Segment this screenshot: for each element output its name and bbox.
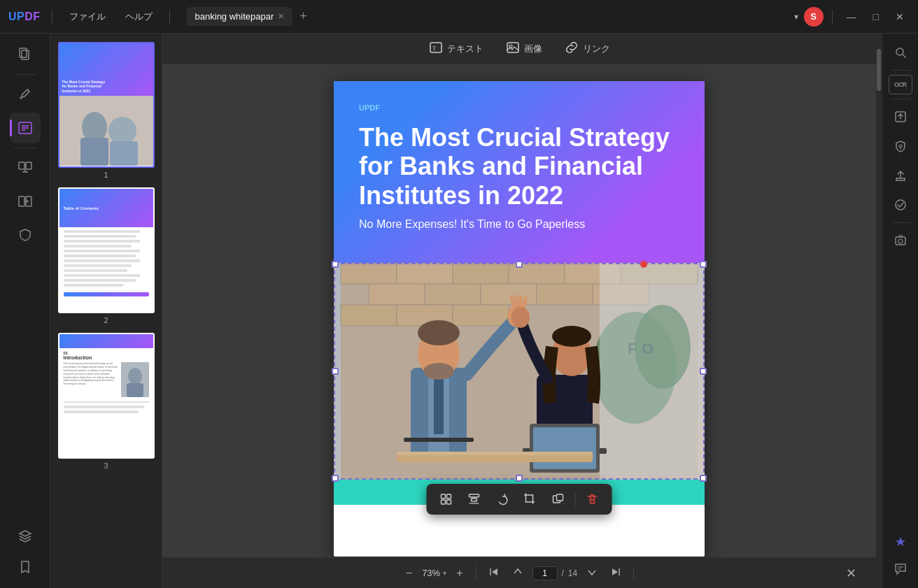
- zoom-percentage: 73%: [422, 568, 440, 578]
- svg-point-84: [896, 200, 905, 210]
- left-sidebar: [0, 34, 50, 588]
- page-canvas[interactable]: UPDF The Most Crucial Strategy for Banks…: [162, 64, 876, 557]
- sidebar-icon-pages[interactable]: [10, 39, 41, 70]
- thumb-page-3[interactable]: 01 Introduction The contemporary financi…: [58, 333, 155, 459]
- right-sidebar-snapshot[interactable]: [887, 227, 914, 254]
- sidebar-icon-protect[interactable]: [10, 220, 41, 250]
- help-menu[interactable]: ヘルプ: [120, 8, 158, 26]
- thumb2-toc-title: Table of Contents: [64, 206, 99, 210]
- cover-subtitle: No More Expenses! It's Time to Go Paperl…: [359, 218, 679, 231]
- svg-rect-32: [425, 284, 481, 305]
- svg-rect-46: [434, 378, 444, 434]
- svg-rect-70: [472, 499, 477, 501]
- file-menu[interactable]: ファイル: [64, 8, 111, 26]
- right-sidebar-protect[interactable]: [887, 133, 914, 159]
- svg-rect-71: [469, 503, 479, 504]
- image-tool-button[interactable]: 画像: [497, 36, 551, 62]
- link-tool-button[interactable]: リンク: [556, 36, 619, 62]
- svg-rect-36: [341, 305, 397, 326]
- img-tool-align[interactable]: [463, 488, 486, 510]
- right-sidebar-chat[interactable]: [887, 556, 914, 582]
- new-tab-button[interactable]: +: [295, 9, 311, 24]
- img-tool-rotate[interactable]: [491, 488, 514, 510]
- zoom-bar: − 73% ▾ + / 14: [162, 557, 876, 588]
- zoom-in-button[interactable]: +: [452, 564, 467, 582]
- sidebar-icon-convert[interactable]: [10, 186, 41, 217]
- thumb-number-2: 2: [104, 316, 108, 324]
- nav-down-button[interactable]: [583, 564, 601, 582]
- right-sidebar-search[interactable]: [887, 39, 914, 66]
- svg-rect-6: [19, 162, 24, 169]
- zoom-out-button[interactable]: −: [402, 564, 416, 582]
- sidebar-icon-layers[interactable]: [10, 521, 41, 552]
- nav-first-button[interactable]: [485, 564, 503, 582]
- thumb-page-1[interactable]: The Most Crucial Strategyfor Banks and F…: [58, 42, 155, 168]
- doc-area: T テキスト 画像: [162, 34, 876, 588]
- thumbnail-item-2[interactable]: Table of Contents: [56, 187, 156, 324]
- svg-rect-38: [453, 305, 509, 326]
- pdf-page-1: UPDF The Most Crucial Strategy for Banks…: [334, 81, 705, 557]
- text-tool-button[interactable]: T テキスト: [421, 36, 492, 62]
- zoom-divider-2: [633, 566, 634, 580]
- thumb-number-1: 1: [104, 171, 108, 179]
- img-tool-replace[interactable]: [547, 488, 570, 510]
- scroll-thumb[interactable]: [877, 49, 881, 91]
- img-tool-crop[interactable]: [519, 488, 542, 510]
- thumb1-image: [59, 96, 153, 166]
- svg-rect-26: [397, 263, 453, 284]
- svg-rect-69: [469, 494, 479, 497]
- sidebar-bottom: [10, 521, 41, 582]
- img-tool-delete[interactable]: [581, 488, 604, 510]
- sidebar-icon-bookmark[interactable]: [10, 552, 41, 582]
- text-tool-icon: T: [429, 41, 443, 57]
- thumb2-content: [59, 227, 153, 299]
- svg-line-80: [903, 55, 905, 57]
- avatar[interactable]: S: [804, 7, 824, 27]
- thumb-page-2[interactable]: Table of Contents: [58, 187, 155, 313]
- sidebar-divider-2: [14, 148, 36, 148]
- sidebar-icon-annotate[interactable]: [10, 79, 41, 110]
- svg-point-48: [418, 320, 460, 345]
- thumbnail-item-1[interactable]: The Most Crucial Strategyfor Banks and F…: [56, 42, 156, 179]
- image-selection-container[interactable]: F O: [334, 263, 705, 480]
- tab-close-icon[interactable]: ✕: [278, 12, 284, 21]
- nav-last-button[interactable]: [607, 564, 625, 582]
- right-sidebar-stamp[interactable]: [887, 192, 914, 218]
- page-input[interactable]: [532, 566, 558, 580]
- right-sidebar-export[interactable]: [887, 103, 914, 130]
- svg-rect-22: [507, 43, 518, 52]
- page-total-count: 14: [568, 568, 577, 578]
- zoom-dropdown-icon[interactable]: ▾: [443, 569, 446, 577]
- thumbnail-item-3[interactable]: 01 Introduction The contemporary financi…: [56, 333, 156, 470]
- vertical-scrollbar[interactable]: [876, 34, 882, 588]
- tab-banking[interactable]: banking whitepapar ✕: [187, 7, 293, 26]
- thumb3-section-title: Introduction: [64, 355, 149, 360]
- thumb3-text-block: The contemporary financial technology se…: [64, 362, 119, 397]
- right-sidebar-share[interactable]: [887, 162, 914, 189]
- right-sidebar-ai[interactable]: [887, 529, 914, 556]
- sidebar-icon-organize[interactable]: [10, 152, 41, 183]
- img-tool-position[interactable]: [435, 488, 458, 510]
- titlebar-right: ▾ S — □ ✕: [794, 7, 910, 27]
- maximize-button[interactable]: □: [868, 8, 884, 25]
- thumb2-header: Table of Contents: [59, 189, 153, 227]
- edit-toolbar: T テキスト 画像: [162, 34, 876, 64]
- svg-rect-66: [447, 494, 451, 499]
- r-sidebar-divider-1: [891, 70, 910, 71]
- svg-rect-19: [127, 383, 143, 397]
- zoom-close-button[interactable]: ✕: [840, 563, 862, 584]
- minimize-button[interactable]: —: [841, 8, 862, 25]
- page-navigation: / 14: [532, 566, 578, 580]
- svg-rect-25: [341, 263, 397, 284]
- sidebar-icon-edit[interactable]: [10, 113, 41, 143]
- window-dropdown-icon[interactable]: ▾: [794, 12, 798, 22]
- svg-rect-62: [533, 427, 596, 469]
- svg-rect-65: [442, 494, 446, 499]
- svg-rect-55: [404, 438, 474, 442]
- app-logo: UPDF: [8, 10, 41, 23]
- close-button[interactable]: ✕: [890, 8, 910, 25]
- right-sidebar-ocr[interactable]: OCR: [889, 75, 912, 94]
- nav-up-button[interactable]: [509, 564, 527, 582]
- svg-rect-68: [447, 500, 451, 504]
- svg-rect-16: [110, 141, 138, 166]
